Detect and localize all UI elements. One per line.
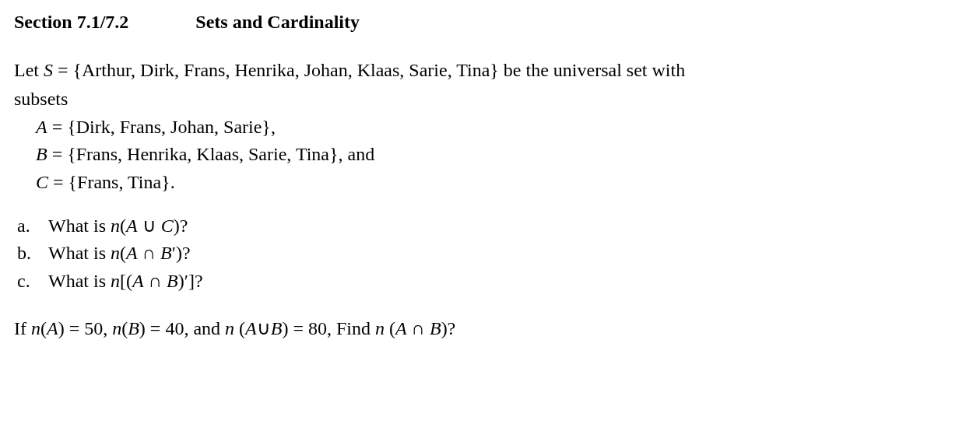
qb-A: A	[126, 243, 138, 263]
fin-if: If	[14, 318, 31, 338]
qc-A: A	[132, 271, 144, 291]
intro-let: Let	[14, 60, 44, 80]
set-S: S	[44, 60, 53, 80]
set-B-row: B = {Frans, Henrika, Klaas, Sarie, Tina}…	[36, 142, 966, 168]
fin-p1c: ) = 50,	[58, 318, 113, 338]
final-question: If n(A) = 50, n(B) = 40, and n (A∪B) = 8…	[14, 316, 966, 342]
fin-p2c: ) = 40, and	[139, 318, 225, 338]
qa-prefix: What is	[48, 216, 111, 236]
qb-B: B	[160, 243, 172, 263]
question-b: b. What is n(A ∩ B′)?	[17, 240, 966, 267]
fin-n4: n	[375, 318, 385, 338]
fin-B3: B	[430, 318, 441, 338]
question-c: c. What is n[(A ∩ B)′]?	[17, 268, 966, 295]
question-c-letter: c.	[17, 268, 48, 295]
qb-prefix: What is	[48, 243, 111, 263]
fin-p1o: (	[40, 318, 47, 338]
question-b-letter: b.	[17, 240, 48, 267]
question-b-text: What is n(A ∩ B′)?	[48, 240, 191, 267]
set-B-var: B	[36, 144, 47, 164]
qc-prefix: What is	[48, 271, 111, 291]
set-C-row: C = {Frans, Tina}.	[36, 170, 966, 196]
subsets-label: subsets	[14, 86, 966, 113]
set-B-def: = {Frans, Henrika, Klaas, Sarie, Tina}, …	[47, 144, 375, 164]
question-c-text: What is n[(A ∩ B)′]?	[48, 268, 203, 295]
qb-n: n	[111, 243, 120, 263]
fin-sp4: (	[385, 318, 395, 338]
qa-op: ∪	[138, 216, 161, 236]
qa-pc: )?	[174, 216, 188, 236]
fin-n2: n	[112, 318, 121, 338]
fin-B1: B	[128, 318, 139, 338]
fin-sp3: (	[234, 318, 245, 338]
qb-op: ∩	[138, 243, 160, 263]
qa-C: C	[161, 216, 174, 236]
question-list: a. What is n(A ∪ C)? b. What is n(A ∩ B′…	[17, 213, 966, 295]
fin-p4c: )?	[441, 318, 456, 338]
question-a-text: What is n(A ∪ C)?	[48, 213, 188, 240]
section-title: Sets and Cardinality	[195, 12, 360, 32]
fin-int: ∩	[407, 318, 430, 338]
qc-B: B	[167, 271, 178, 291]
fin-un: ∪	[257, 318, 271, 338]
intro-rest: = {Arthur, Dirk, Frans, Henrika, Johan, …	[53, 60, 685, 80]
qa-A: A	[126, 216, 138, 236]
question-a-letter: a.	[17, 213, 48, 240]
qb-pc: ′)?	[172, 243, 191, 263]
fin-A1: A	[47, 318, 58, 338]
qc-cl: )′]?	[178, 271, 203, 291]
qa-n: n	[111, 216, 120, 236]
section-header: Section 7.1/7.2 Sets and Cardinality	[14, 9, 966, 36]
fin-p2o: (	[121, 318, 128, 338]
section-number: Section 7.1/7.2	[14, 9, 128, 36]
qc-n: n	[111, 271, 120, 291]
intro-line: Let S = {Arthur, Dirk, Frans, Henrika, J…	[14, 58, 966, 84]
set-A-row: A = {Dirk, Frans, Johan, Sarie},	[36, 114, 966, 141]
set-C-def: = {Frans, Tina}.	[48, 172, 175, 192]
fin-A2: A	[245, 318, 257, 338]
set-A-def: = {Dirk, Frans, Johan, Sarie},	[47, 117, 276, 137]
fin-B2: B	[271, 318, 283, 338]
set-C-var: C	[36, 172, 48, 192]
fin-p3c: ) = 80, Find	[282, 318, 375, 338]
fin-A3: A	[395, 318, 407, 338]
qb-po: (	[120, 243, 126, 263]
set-A-var: A	[36, 117, 47, 137]
question-a: a. What is n(A ∪ C)?	[17, 213, 966, 240]
qa-po: (	[120, 216, 126, 236]
fin-n3: n	[225, 318, 234, 338]
fin-n1: n	[31, 318, 40, 338]
qc-bo: [(	[120, 271, 132, 291]
qc-op: ∩	[144, 271, 167, 291]
